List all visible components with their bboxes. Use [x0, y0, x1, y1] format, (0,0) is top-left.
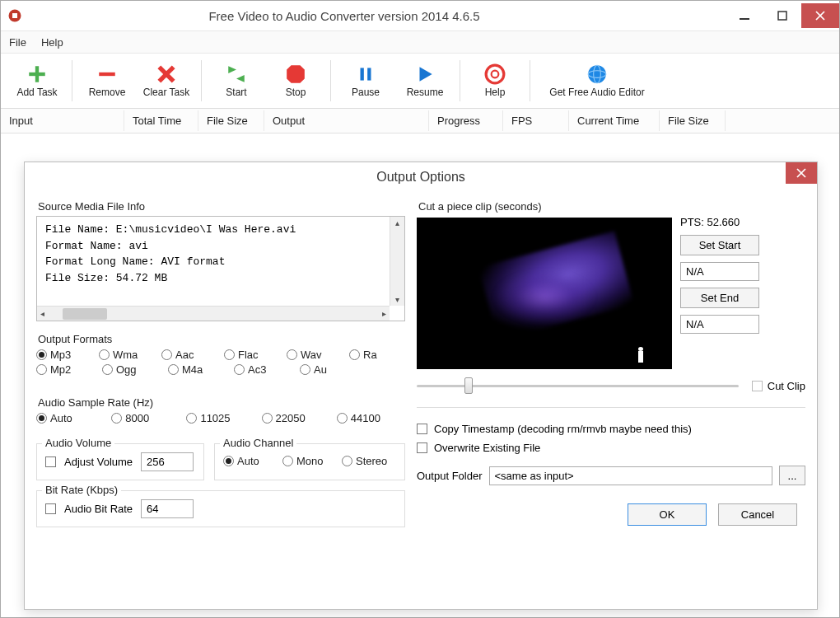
format-radio-mp3[interactable]: Mp3: [36, 349, 92, 361]
samplerate-radio-44100[interactable]: 44100: [337, 412, 405, 424]
get-editor-button[interactable]: Get Free Audio Editor: [535, 59, 659, 103]
dialog-close-button[interactable]: [786, 162, 817, 184]
format-radio-wav[interactable]: Wav: [287, 349, 343, 361]
clear-task-button[interactable]: Clear Task: [137, 59, 196, 103]
set-end-button[interactable]: Set End: [680, 288, 759, 308]
overwrite-checkbox[interactable]: [417, 442, 427, 453]
col-input[interactable]: Input: [1, 110, 124, 131]
output-folder-input[interactable]: [489, 466, 773, 485]
svg-rect-15: [367, 68, 371, 80]
channel-radio-stereo[interactable]: Stereo: [342, 455, 396, 467]
svg-rect-8: [99, 73, 115, 76]
radio-dot-icon: [111, 413, 122, 424]
svg-rect-2: [740, 18, 749, 20]
pause-icon: [355, 63, 376, 85]
scroll-right-icon: ▸: [380, 307, 390, 320]
menu-file[interactable]: File: [9, 36, 26, 49]
svg-point-18: [492, 71, 499, 78]
scroll-left-icon: ◂: [37, 307, 46, 320]
radio-dot-icon: [36, 349, 47, 360]
maximize-button[interactable]: [763, 3, 801, 28]
output-formats-label: Output Formats: [38, 333, 405, 345]
resume-button[interactable]: Resume: [395, 59, 455, 103]
samplerate-radio-22050[interactable]: 22050: [262, 412, 330, 424]
col-file-size[interactable]: File Size: [198, 110, 264, 131]
sample-rate-label: Audio Sample Rate (Hz): [38, 396, 405, 409]
samplerate-radio-8000[interactable]: 8000: [111, 412, 180, 424]
end-value[interactable]: N/A: [680, 315, 759, 334]
titlebar: Free Video to Audio Converter version 20…: [1, 1, 839, 30]
channel-radio-auto[interactable]: Auto: [223, 455, 278, 467]
format-radio-m4a[interactable]: M4a: [168, 363, 227, 376]
col-fps[interactable]: FPS: [503, 110, 569, 131]
format-radio-au[interactable]: Au: [300, 363, 359, 376]
separator: [201, 60, 202, 101]
separator: [460, 60, 460, 101]
globe-icon: [586, 63, 608, 85]
volume-input[interactable]: [141, 452, 194, 471]
vertical-scrollbar[interactable]: ▴ ▾: [390, 217, 404, 306]
menubar: File Help: [1, 30, 839, 54]
cut-clip-checkbox[interactable]: [752, 381, 763, 391]
format-radio-ra[interactable]: Ra: [349, 349, 405, 361]
pause-button[interactable]: Pause: [336, 59, 395, 103]
svg-marker-16: [420, 67, 432, 81]
play-icon: [414, 63, 436, 85]
cancel-button[interactable]: Cancel: [718, 503, 797, 526]
col-total-time[interactable]: Total Time: [124, 110, 198, 131]
close-button[interactable]: [801, 3, 839, 28]
format-radio-ac3[interactable]: Ac3: [234, 363, 293, 376]
set-start-button[interactable]: Set Start: [680, 235, 759, 255]
format-radio-flac[interactable]: Flac: [224, 349, 280, 361]
radio-dot-icon: [300, 364, 310, 375]
copy-timestamp-checkbox[interactable]: [417, 424, 427, 434]
convert-icon: [226, 63, 247, 85]
position-slider[interactable]: [417, 377, 739, 394]
radio-dot-icon: [337, 413, 348, 424]
dialog-title: Output Options: [376, 170, 465, 185]
video-preview: [417, 218, 672, 369]
radio-dot-icon: [102, 364, 113, 375]
bitrate-checkbox[interactable]: [45, 503, 56, 514]
help-button[interactable]: Help: [465, 59, 525, 103]
add-task-button[interactable]: Add Task: [7, 59, 67, 103]
browse-button[interactable]: ...: [779, 466, 805, 485]
radio-dot-icon: [262, 413, 273, 424]
samplerate-radio-auto[interactable]: Auto: [36, 412, 105, 424]
scroll-thumb[interactable]: [63, 308, 107, 320]
format-radio-mp2[interactable]: Mp2: [36, 363, 96, 376]
stop-button[interactable]: Stop: [266, 59, 325, 103]
format-radio-aac[interactable]: Aac: [161, 349, 217, 361]
col-progress[interactable]: Progress: [429, 110, 503, 131]
samplerate-radio-11025[interactable]: 11025: [186, 412, 254, 424]
dialog-titlebar: Output Options: [25, 162, 817, 192]
ok-button[interactable]: OK: [628, 503, 707, 526]
horizontal-scrollbar[interactable]: ◂ ▸: [37, 306, 390, 321]
adjust-volume-checkbox[interactable]: [45, 456, 56, 467]
format-radio-ogg[interactable]: Ogg: [102, 363, 161, 376]
col-file-size2[interactable]: File Size: [660, 110, 726, 131]
col-current-time[interactable]: Current Time: [569, 110, 660, 131]
radio-dot-icon: [349, 349, 360, 360]
svg-marker-13: [287, 65, 305, 83]
minimize-button[interactable]: [726, 3, 763, 28]
adjust-volume-label: Adjust Volume: [64, 456, 133, 468]
start-value[interactable]: N/A: [680, 262, 759, 281]
list-header: Input Total Time File Size Output Progre…: [1, 109, 839, 133]
format-radio-wma[interactable]: Wma: [99, 349, 155, 361]
channel-radio-mono[interactable]: Mono: [282, 455, 337, 467]
scroll-up-icon: ▴: [394, 217, 401, 229]
remove-button[interactable]: Remove: [77, 59, 137, 103]
svg-rect-7: [29, 73, 45, 76]
start-button[interactable]: Start: [207, 59, 266, 103]
radio-dot-icon: [234, 364, 245, 375]
radio-dot-icon: [36, 364, 47, 375]
menu-help[interactable]: Help: [41, 36, 63, 49]
volume-group: Audio Volume Adjust Volume: [36, 443, 204, 480]
window-title: Free Video to Audio Converter version 20…: [0, 9, 726, 23]
bitrate-input[interactable]: [141, 499, 194, 518]
radio-dot-icon: [342, 456, 352, 466]
col-output[interactable]: Output: [264, 110, 429, 131]
copy-timestamp-label: Copy Timestamp (decoding rm/rmvb maybe n…: [434, 423, 692, 435]
radio-dot-icon: [224, 349, 235, 360]
